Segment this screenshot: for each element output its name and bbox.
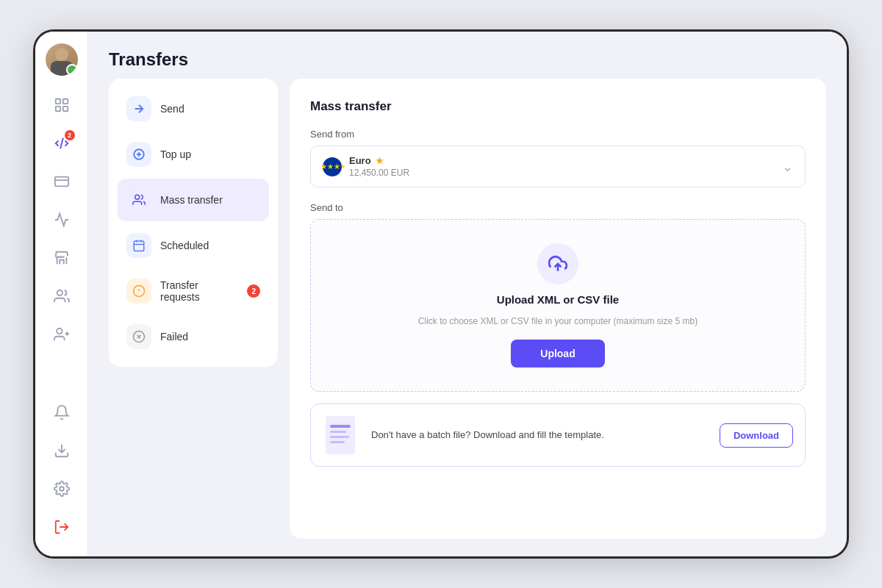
menu-item-transfer-requests-label: Transfer requests	[160, 279, 238, 303]
send-icon-wrap	[126, 96, 151, 121]
svg-point-10	[60, 487, 64, 491]
mass-transfer-icon-wrap	[126, 187, 151, 212]
avatar-online-badge	[66, 64, 78, 76]
transfers-menu: Send Top up	[109, 79, 278, 367]
chevron-down-icon: ⌄	[782, 159, 793, 175]
sidebar: 2	[35, 32, 88, 556]
sidebar-item-dashboard[interactable]	[46, 89, 78, 121]
sidebar-item-analytics[interactable]	[46, 204, 78, 236]
scheduled-icon-wrap	[126, 233, 151, 258]
document-icon	[323, 415, 361, 456]
topup-icon-wrap	[126, 142, 151, 167]
svg-rect-2	[55, 107, 60, 111]
menu-item-send-label: Send	[160, 103, 184, 115]
sidebar-item-logout[interactable]	[46, 511, 78, 543]
failed-icon-wrap	[126, 324, 151, 349]
svg-rect-30	[330, 436, 349, 438]
svg-rect-1	[62, 99, 67, 104]
download-button[interactable]: Download	[720, 423, 793, 448]
sidebar-item-download[interactable]	[46, 434, 78, 467]
sidebar-item-notifications[interactable]	[46, 396, 78, 429]
menu-item-transfer-requests[interactable]: Transfer requests 2	[118, 270, 269, 312]
upload-title: Upload XML or CSV file	[497, 293, 619, 306]
transfer-requests-icon-wrap	[126, 279, 151, 304]
download-banner-text: Don't have a batch file? Download and fi…	[371, 428, 709, 442]
currency-amount: 12,450.00 EUR	[349, 168, 775, 178]
svg-rect-31	[330, 441, 345, 443]
send-to-label: Send to	[310, 202, 806, 213]
svg-rect-28	[330, 425, 351, 428]
transfer-requests-badge: 2	[247, 284, 260, 298]
menu-item-mass-transfer[interactable]: Mass transfer	[118, 179, 269, 221]
menu-item-topup[interactable]: Top up	[118, 133, 269, 176]
svg-point-6	[57, 290, 62, 295]
panel-title: Mass transfer	[310, 99, 806, 114]
content-area: Send Top up	[88, 79, 847, 556]
upload-dropzone[interactable]: Upload XML or CSV file Click to choose X…	[310, 219, 806, 392]
avatar[interactable]	[46, 43, 78, 76]
send-from-label: Send from	[310, 129, 806, 140]
svg-rect-3	[62, 107, 67, 111]
sidebar-item-transfers[interactable]: 2	[46, 127, 78, 159]
svg-point-7	[57, 329, 62, 334]
sidebar-item-add-user[interactable]	[46, 318, 78, 351]
sidebar-item-store[interactable]	[46, 242, 78, 274]
svg-rect-4	[54, 177, 68, 187]
page-title: Transfers	[109, 49, 826, 70]
svg-rect-16	[134, 241, 144, 251]
menu-item-scheduled-label: Scheduled	[160, 240, 209, 251]
svg-rect-29	[330, 431, 346, 433]
mass-transfer-panel: Mass transfer Send from ★★★ Euro ★ 12,45…	[290, 79, 826, 539]
currency-info: Euro ★ 12,450.00 EUR	[349, 155, 775, 178]
transfers-badge: 2	[65, 130, 75, 140]
menu-item-send[interactable]: Send	[118, 87, 269, 130]
menu-item-mass-transfer-label: Mass transfer	[160, 194, 223, 206]
sidebar-item-cards[interactable]	[46, 165, 78, 198]
page-header: Transfers	[88, 32, 847, 79]
menu-item-scheduled[interactable]: Scheduled	[118, 224, 269, 267]
sidebar-item-settings[interactable]	[46, 473, 78, 505]
app-frame: 2	[33, 29, 849, 559]
upload-icon-wrap	[537, 243, 578, 284]
svg-rect-27	[326, 416, 355, 454]
download-banner: Don't have a batch file? Download and fi…	[310, 404, 806, 467]
main-content: Transfers Send	[88, 32, 847, 556]
currency-flag: ★★★	[323, 157, 342, 176]
upload-button[interactable]: Upload	[511, 340, 604, 368]
sidebar-item-team[interactable]	[46, 280, 78, 312]
menu-item-failed-label: Failed	[160, 331, 188, 343]
menu-item-failed[interactable]: Failed	[118, 315, 269, 358]
upload-hint: Click to choose XML or CSV file in your …	[418, 315, 698, 328]
favorite-star-icon: ★	[376, 156, 384, 166]
menu-item-topup-label: Top up	[160, 148, 191, 160]
currency-name: Euro ★	[349, 155, 775, 166]
svg-point-15	[135, 195, 140, 199]
svg-rect-0	[55, 99, 60, 104]
currency-dropdown[interactable]: ★★★ Euro ★ 12,450.00 EUR ⌄	[310, 146, 806, 187]
